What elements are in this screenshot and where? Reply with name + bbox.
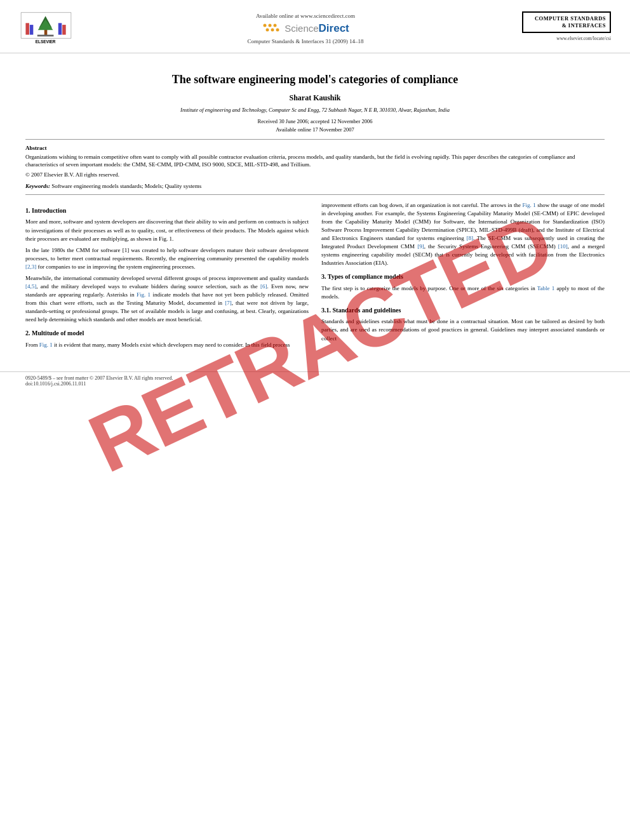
article-title: The software engineering model's categor… — [25, 72, 605, 87]
abstract-heading: Abstract — [25, 145, 605, 151]
keywords-text: Software engineering models standards; M… — [51, 183, 201, 189]
svg-rect-5 — [25, 23, 29, 34]
left-column: 1. Introduction More and more, software … — [25, 201, 309, 352]
sciencedirect-text: ScienceDirect — [285, 22, 349, 35]
svg-rect-4 — [37, 35, 54, 37]
svg-rect-6 — [30, 25, 34, 35]
svg-rect-7 — [58, 23, 62, 34]
types-paragraph-1: The first step is to categorize the mode… — [321, 284, 605, 301]
svg-text:ELSEVIER: ELSEVIER — [36, 39, 56, 44]
ref-link-10[interactable]: [10] — [558, 243, 568, 250]
ref-link-6[interactable]: [6] — [260, 283, 267, 290]
header: ELSEVIER Available online at www.science… — [0, 0, 630, 53]
ref-link-fig1-3[interactable]: Fig. 1 — [522, 202, 535, 208]
ref-link-8[interactable]: [8] — [467, 235, 474, 241]
ref-link-45[interactable]: [4,5] — [25, 283, 36, 290]
header-right: COMPUTER STANDARDS & INTERFACES www.else… — [522, 11, 611, 41]
svg-point-14 — [271, 29, 274, 32]
svg-point-13 — [266, 29, 269, 32]
ref-link-23[interactable]: [2,3] — [25, 263, 36, 270]
journal-title-line2: & INTERFACES — [527, 22, 606, 29]
footer-doi: doi:10.1016/j.csi.2006.11.011 — [25, 381, 605, 387]
svg-rect-8 — [62, 25, 66, 35]
divider-1 — [25, 139, 605, 140]
multitude-paragraph-1: From Fig. 1 it is evident that many, man… — [25, 341, 309, 349]
available-online-text: Available online at www.sciencedirect.co… — [89, 13, 522, 19]
svg-marker-3 — [38, 20, 53, 30]
standards-heading: 3.1. Standards and guidelines — [321, 306, 605, 316]
article-body: The software engineering model's categor… — [0, 53, 630, 365]
ref-link-9[interactable]: [9] — [417, 243, 424, 250]
abstract-text: Organizations wishing to remain competit… — [25, 153, 605, 169]
intro-paragraph-3: Meanwhile, the international community d… — [25, 274, 309, 324]
keywords-label: Keywords: — [25, 183, 50, 189]
ref-link-fig1-1[interactable]: Fig. 1 — [137, 291, 151, 298]
intro-paragraph-2: In the late 1980s the CMM for software [… — [25, 246, 309, 271]
right-column: improvement efforts can bog down, if an … — [321, 201, 605, 352]
sd-dots-icon — [262, 22, 281, 36]
divider-2 — [25, 194, 605, 195]
journal-url: www.elsevier.com/locate/csi — [522, 36, 611, 41]
journal-title-line1: COMPUTER STANDARDS — [527, 15, 606, 22]
page: ELSEVIER Available online at www.science… — [0, 0, 630, 840]
ref-link-7[interactable]: [7] — [225, 300, 232, 306]
sciencedirect-logo: ScienceDirect — [89, 22, 522, 36]
svg-point-15 — [276, 29, 279, 32]
standards-paragraph-1: Standards and guidelines establish what … — [321, 317, 605, 342]
header-center: Available online at www.sciencedirect.co… — [89, 11, 522, 44]
abstract-section: Abstract Organizations wishing to remain… — [25, 145, 605, 178]
ref-link-table1[interactable]: Table 1 — [537, 285, 555, 291]
author-name: Sharat Kaushik — [25, 93, 605, 103]
footer-issn: 0920-5489/$ – see front matter © 2007 El… — [25, 375, 605, 381]
journal-title-box: COMPUTER STANDARDS & INTERFACES — [522, 11, 611, 33]
journal-ref: Computer Standards & Interfaces 31 (2009… — [89, 38, 522, 44]
header-left: ELSEVIER — [19, 11, 89, 48]
elsevier-logo: ELSEVIER — [19, 11, 73, 46]
right-paragraph-1: improvement efforts can bog down, if an … — [321, 201, 605, 267]
intro-paragraph-1: More and more, software and system devel… — [25, 218, 309, 243]
two-column-layout: 1. Introduction More and more, software … — [25, 201, 605, 352]
copyright: © 2007 Elsevier B.V. All rights reserved… — [25, 171, 605, 178]
svg-point-12 — [274, 24, 277, 27]
types-heading: 3. Types of compliance models — [321, 272, 605, 282]
article-footer: 0920-5489/$ – see front matter © 2007 El… — [0, 371, 630, 390]
received-date: Received 30 June 2006; accepted 12 Novem… — [25, 117, 605, 134]
svg-point-11 — [269, 24, 272, 27]
author-affiliation: Institute of engineering and Technology,… — [25, 107, 605, 114]
multitude-heading: 2. Multitude of model — [25, 329, 309, 338]
keywords: Keywords: Software engineering models st… — [25, 183, 605, 189]
svg-point-10 — [264, 24, 267, 27]
ref-link-fig1-2[interactable]: Fig. 1 — [39, 342, 53, 348]
intro-heading: 1. Introduction — [25, 206, 309, 216]
